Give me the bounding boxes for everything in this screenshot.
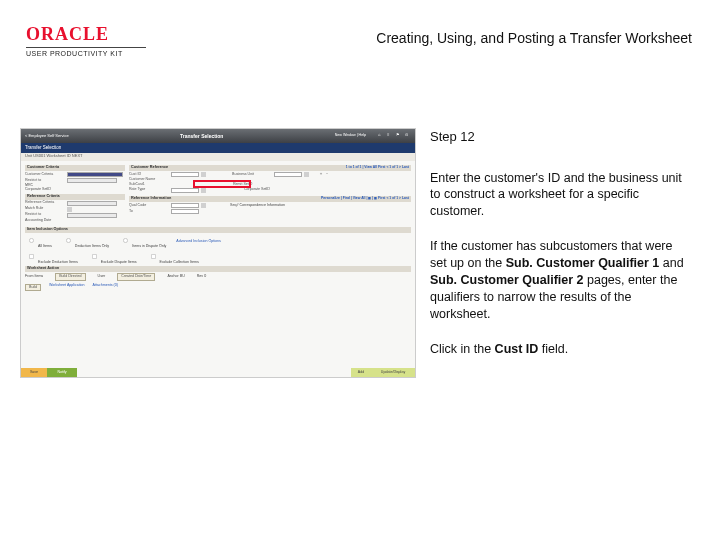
topbar-icons: ⌂ ≡ ⚑ ⊙ bbox=[378, 133, 411, 139]
brand-subtitle: USER PRODUCTIVITY KIT bbox=[26, 47, 146, 57]
lookup-icon[interactable] bbox=[304, 172, 309, 177]
adv-incl-link[interactable]: Advanced Inclusion Options bbox=[176, 240, 221, 244]
topbar-title: Transfer Selection bbox=[77, 134, 327, 139]
qual-code-field[interactable] bbox=[171, 203, 199, 208]
bottom-action-bar: Save Notify Add Update/Display bbox=[21, 368, 415, 377]
list-icon[interactable]: ≡ bbox=[387, 133, 393, 139]
restrict-to-select[interactable] bbox=[67, 178, 117, 183]
lookup-icon[interactable] bbox=[201, 172, 206, 177]
item-incl-header: Item Inclusion Options bbox=[25, 227, 411, 233]
to-field[interactable] bbox=[171, 209, 199, 214]
gear-icon[interactable]: ⊙ bbox=[405, 133, 411, 139]
add-button[interactable]: Add bbox=[351, 368, 371, 377]
ex-disp-check[interactable] bbox=[92, 254, 97, 259]
section-title-bar: Transfer Selection bbox=[21, 143, 415, 153]
instruction-p3: Click in the Cust ID field. bbox=[430, 341, 692, 358]
ex-coll-check[interactable] bbox=[151, 254, 156, 259]
ex-ded-check[interactable] bbox=[29, 254, 34, 259]
attachments-link[interactable]: Attachments (0) bbox=[93, 284, 118, 292]
dispute-only-radio[interactable] bbox=[123, 238, 128, 243]
all-items-radio[interactable] bbox=[29, 238, 34, 243]
lookup-icon[interactable] bbox=[201, 203, 206, 208]
cust-id-field[interactable] bbox=[171, 172, 199, 177]
home-icon[interactable]: ⌂ bbox=[378, 133, 384, 139]
back-link[interactable]: < Employee Self Service bbox=[25, 134, 69, 138]
build-button[interactable]: Build bbox=[25, 284, 41, 292]
new-window-link[interactable]: New Window | Help bbox=[335, 134, 366, 138]
app-topbar: < Employee Self Service Transfer Selecti… bbox=[21, 129, 415, 143]
ded-only-radio[interactable] bbox=[66, 238, 71, 243]
remove-row-icon[interactable]: － bbox=[325, 173, 329, 177]
cust-criteria-select[interactable] bbox=[67, 172, 123, 177]
rate-type-field[interactable] bbox=[171, 188, 199, 193]
ref-criteria-select[interactable] bbox=[67, 201, 117, 206]
build-directed-button[interactable]: Build Directed bbox=[55, 273, 85, 281]
add-row-icon[interactable]: ＋ bbox=[319, 173, 323, 177]
business-unit-field[interactable] bbox=[274, 172, 302, 177]
restrict-to-ref-select[interactable] bbox=[67, 213, 117, 218]
instruction-p1: Enter the customer's ID and the business… bbox=[430, 170, 692, 221]
ws-action-header: Worksheet Action bbox=[25, 266, 411, 272]
created-dt-button[interactable]: Created Date/Time bbox=[117, 273, 155, 281]
instruction-panel: Step 12 Enter the customer's ID and the … bbox=[430, 128, 692, 378]
flag-icon[interactable]: ⚑ bbox=[396, 133, 402, 139]
unit-worksheet-line: Unit US001 Worksheet ID NEXT bbox=[21, 153, 415, 161]
lookup-icon[interactable] bbox=[201, 188, 206, 193]
instruction-p2: If the customer has subcustomers that we… bbox=[430, 238, 692, 322]
brand-block: ORACLE USER PRODUCTIVITY KIT bbox=[26, 24, 146, 57]
ref-criteria-header: Reference Criteria bbox=[25, 194, 125, 200]
notify-button[interactable]: Notify bbox=[47, 368, 77, 377]
oracle-logo: ORACLE bbox=[26, 24, 146, 45]
lookup-icon[interactable] bbox=[67, 207, 72, 212]
app-screenshot: < Employee Self Service Transfer Selecti… bbox=[20, 128, 416, 378]
update-display-button[interactable]: Update/Display bbox=[371, 368, 415, 377]
save-button[interactable]: Save bbox=[21, 368, 47, 377]
page-title: Creating, Using, and Posting a Transfer … bbox=[376, 30, 692, 46]
ws-application-link[interactable]: Worksheet Application bbox=[49, 284, 85, 292]
step-label: Step 12 bbox=[430, 128, 692, 146]
cust-criteria-header: Customer Criteria bbox=[25, 165, 125, 171]
